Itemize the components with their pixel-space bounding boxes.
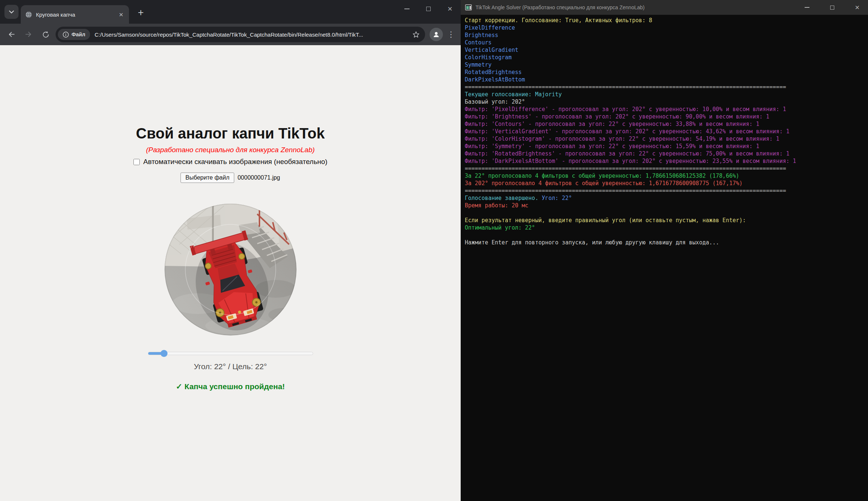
browser-menu-button[interactable]: ⋮ — [446, 30, 456, 39]
slider-track[interactable] — [148, 352, 313, 355]
selected-file-name: 0000000071.jpg — [238, 174, 280, 181]
browser-window-controls: ✕ — [396, 0, 461, 18]
page-title: Свой аналог капчи TikTok — [0, 125, 461, 142]
page-subtitle: (Разработано специально для конкурса Zen… — [0, 146, 461, 154]
console-line: PixelDifference — [465, 24, 868, 31]
forward-button[interactable] — [21, 27, 36, 41]
console-line: Фильтр: 'RotatedBrightness' - проголосов… — [465, 150, 868, 157]
minimize-icon — [404, 9, 410, 9]
angle-label: Угол: 22° / Цель: 22° — [0, 362, 461, 371]
console-line: Если результат неверный, введите правиль… — [465, 217, 868, 224]
person-icon — [432, 30, 440, 39]
console-line: Базовый угол: 202° — [465, 98, 868, 106]
file-scheme-chip[interactable]: Файл — [58, 29, 90, 40]
reload-button[interactable] — [39, 27, 53, 41]
tab-close-icon[interactable]: ✕ — [117, 11, 125, 19]
browser-window: Круговая капча ✕ + ✕ — [0, 0, 461, 501]
console-line: Фильтр: 'Brightness' - проголосовал за у… — [465, 113, 868, 120]
auto-download-row: Автоматически скачивать изображения (нео… — [0, 158, 461, 166]
new-tab-button[interactable]: + — [134, 6, 148, 19]
browser-toolbar: Файл C:/Users/Samson/source/repos/TikTok… — [0, 24, 461, 45]
console-title: TikTok Angle Solver (Разработано специал… — [476, 4, 792, 10]
console-output: Старт коррекции. Голосование: True, Акти… — [461, 15, 868, 501]
console-line: ========================================… — [465, 187, 868, 194]
console-line: Фильтр: 'Contours' - проголосовал за уго… — [465, 120, 868, 128]
auto-download-checkbox[interactable] — [133, 159, 140, 165]
console-line: Фильтр: 'VerticalGradient' - проголосова… — [465, 128, 868, 135]
console-line: RotatedBrightness — [465, 69, 868, 76]
maximize-icon — [426, 7, 431, 11]
console-line: Время работы: 20 мс — [465, 202, 868, 209]
console-line: Brightness — [465, 31, 868, 39]
console-line: ColorHistogram — [465, 54, 868, 61]
console-line: Contours — [465, 39, 868, 46]
address-bar[interactable]: Файл C:/Users/Samson/source/repos/TikTok… — [56, 27, 425, 42]
file-chip-label: Файл — [72, 31, 85, 37]
auto-download-label: Автоматически скачивать изображения (нео… — [143, 158, 328, 166]
screen: Круговая капча ✕ + ✕ — [0, 0, 868, 501]
back-button[interactable] — [4, 27, 19, 41]
console-line: Оптимальный угол: 22° — [465, 224, 868, 231]
browser-minimize-button[interactable] — [396, 0, 418, 18]
console-line: Нажмите Enter для повторного запуска, ил… — [465, 239, 868, 246]
console-line: Symmetry — [465, 61, 868, 69]
console-line: ========================================… — [465, 165, 868, 172]
console-minimize-button[interactable] — [796, 0, 818, 15]
minimize-icon — [805, 7, 809, 8]
bookmark-star-icon[interactable] — [412, 31, 420, 39]
globe-icon — [25, 11, 32, 18]
console-line: Старт коррекции. Голосование: True, Акти… — [465, 17, 868, 24]
console-titlebar: TikTok Angle Solver (Разработано специал… — [461, 0, 868, 15]
console-line: За 22° проголосовало 4 фильтров с общей … — [465, 172, 868, 180]
console-line: DarkPixelsAtBottom — [465, 76, 868, 83]
console-maximize-button[interactable] — [821, 0, 843, 15]
console-app-icon — [465, 4, 472, 10]
success-message: ✓ Капча успешно пройдена! — [0, 382, 461, 391]
console-line: За 202° проголосовало 4 фильтров с общей… — [465, 180, 868, 187]
captcha-page: Свой аналог капчи TikTok (Разработано сп… — [0, 45, 461, 501]
console-window: TikTok Angle Solver (Разработано специал… — [461, 0, 868, 501]
console-line — [465, 209, 868, 217]
console-line: Фильтр: 'PixelDifference' - проголосовал… — [465, 106, 868, 113]
console-line: Фильтр: 'DarkPixelsAtBottom' - проголосо… — [465, 157, 868, 165]
maximize-icon — [830, 6, 834, 10]
profile-avatar-button[interactable] — [430, 28, 443, 41]
browser-tab[interactable]: Круговая капча ✕ — [21, 5, 129, 24]
slider-thumb[interactable] — [160, 350, 168, 357]
tab-strip: Круговая капча ✕ + ✕ — [0, 0, 461, 24]
tab-search-button[interactable] — [4, 5, 19, 19]
console-line: Фильтр: 'Symmetry' - проголосовал за уго… — [465, 143, 868, 150]
tab-title: Круговая капча — [36, 11, 114, 18]
captcha-image — [165, 204, 296, 335]
console-line: Фильтр: 'ColorHistogram' - проголосовал … — [465, 135, 868, 143]
info-icon — [63, 31, 69, 38]
rotation-slider[interactable] — [148, 350, 313, 357]
file-input-row: Выберите файл 0000000071.jpg — [0, 173, 461, 183]
console-line: ========================================… — [465, 83, 868, 91]
console-line: Текущее голосование: Majority — [465, 91, 868, 98]
chevron-down-icon — [9, 10, 14, 14]
console-line — [465, 231, 868, 239]
browser-close-button[interactable]: ✕ — [439, 0, 461, 18]
url-text: C:/Users/Samson/source/repos/TikTok_Capt… — [95, 31, 408, 38]
file-select-button[interactable]: Выберите файл — [180, 173, 234, 183]
console-line: VerticalGradient — [465, 46, 868, 54]
console-line: Голосование завершено. Угол: 22° — [465, 194, 868, 202]
console-close-button[interactable]: ✕ — [847, 0, 868, 15]
car-illustration — [165, 204, 296, 335]
browser-maximize-button[interactable] — [418, 0, 439, 18]
